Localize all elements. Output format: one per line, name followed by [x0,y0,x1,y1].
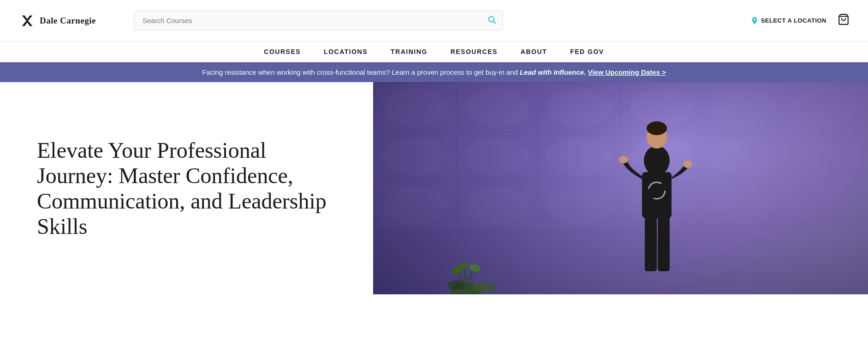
stage-plants [447,257,540,294]
svg-point-7 [619,156,628,163]
search-button[interactable] [487,15,496,26]
location-pin-icon [751,16,758,25]
main-nav: COURSES LOCATIONS TRAINING RESOURCES ABO… [0,42,868,62]
svg-point-8 [683,161,692,168]
hero-heading: Elevate Your Professional Journey: Maste… [37,137,345,239]
nav-item-resources[interactable]: RESOURCES [451,48,498,55]
nav-item-locations[interactable]: LOCATIONS [324,48,368,55]
site-header: Dale Carnegie SELECT A LOCATION [0,0,868,42]
svg-rect-9 [645,216,657,271]
nav-item-courses[interactable]: COURSES [264,48,301,55]
logo-area[interactable]: Dale Carnegie [18,12,120,30]
header-right: SELECT A LOCATION [751,13,850,28]
dale-carnegie-logo-icon [18,12,36,30]
hero-section: Elevate Your Professional Journey: Maste… [0,82,868,294]
logo-text: Dale Carnegie [40,16,96,26]
banner-cta-link[interactable]: View Upcoming Dates > [588,68,666,76]
cart-button[interactable] [838,13,850,28]
search-icon [487,15,496,24]
search-input[interactable] [134,11,503,30]
svg-point-13 [473,282,496,293]
svg-rect-6 [642,172,672,218]
hero-image-area [373,82,868,294]
svg-point-3 [644,146,670,175]
cart-icon [838,13,850,25]
svg-rect-10 [658,216,670,271]
promo-banner: Facing resistance when working with cros… [0,62,868,82]
hero-text-area: Elevate Your Professional Journey: Maste… [0,82,373,294]
nav-item-about[interactable]: ABOUT [521,48,547,55]
speaker-figure [597,101,717,294]
svg-point-16 [469,263,481,273]
banner-italic-text: Lead with Influence. [520,68,586,76]
search-area [134,11,503,30]
nav-item-training[interactable]: TRAINING [391,48,428,55]
location-label: SELECT A LOCATION [761,17,826,24]
nav-item-fed-gov[interactable]: FED GOV [570,48,604,55]
banner-text-before: Facing resistance when working with cros… [202,68,520,76]
svg-point-5 [647,121,667,135]
svg-line-1 [493,21,496,24]
location-select[interactable]: SELECT A LOCATION [751,16,826,25]
